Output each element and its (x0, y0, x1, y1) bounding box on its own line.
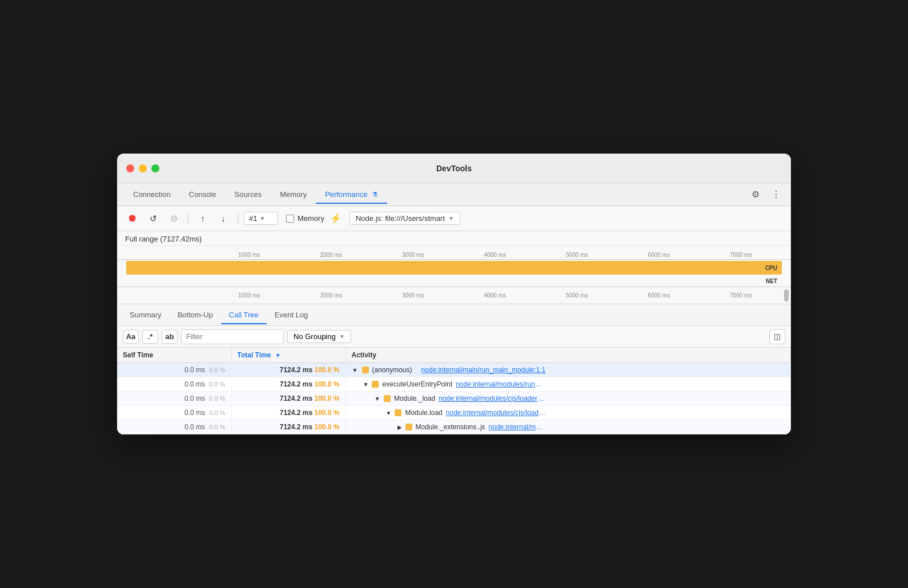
performance-icon: ⚗ (372, 191, 378, 199)
record-button[interactable]: ⏺ (124, 211, 141, 227)
flush-icon[interactable]: ⚡ (330, 213, 341, 224)
target-selector[interactable]: Node.js: file:///Users/stmart ▼ (349, 212, 460, 225)
sort-arrow: ▼ (275, 352, 281, 359)
tree-arrow[interactable]: ▼ (363, 381, 369, 388)
separator-2 (238, 213, 238, 224)
scrollbar-thumb[interactable] (784, 289, 789, 301)
cpu-bar-container: CPU (117, 260, 791, 276)
reload-button[interactable]: ↺ (144, 211, 162, 227)
total-time-cell: 7124.2 ms 100.0 % (231, 392, 345, 406)
activity-link[interactable]: node:internal/modules/cjs/loader:950:24 (439, 394, 545, 402)
header-self-time[interactable]: Self Time (117, 348, 231, 363)
tab-sources[interactable]: Sources (225, 186, 271, 203)
activity-cell: ▼ Module._load node:internal/modules/cjs… (345, 392, 791, 406)
target-dropdown-arrow: ▼ (448, 215, 454, 221)
self-time-cell: 0.0 ms 0.0 % (117, 406, 231, 420)
tab-console[interactable]: Console (180, 186, 226, 203)
activity-cell: ▶ Module._extensions..js node:internal/m… (345, 420, 791, 434)
ruler-bottom-mark-7000: 7000 ms (700, 292, 782, 299)
close-button[interactable] (126, 164, 134, 172)
filter-input[interactable] (181, 329, 284, 344)
settings-button[interactable]: ⚙ (748, 187, 764, 203)
recording-label: #1 (249, 214, 257, 223)
activity-link[interactable]: node:internal/main/run_main_module:1:1 (421, 366, 545, 374)
table-row[interactable]: 0.0 ms 0.0 % 7124.2 ms 100.0 % ▶ Module.… (117, 420, 791, 434)
activity-content: ▼ executeUserEntryPoint node:internal/mo… (352, 380, 546, 388)
activity-name: Module.load (405, 409, 442, 417)
filter-toolbar: Aa .* ab No Grouping ▼ ◫ (117, 326, 791, 348)
recording-selector[interactable]: #1 ▼ (244, 212, 278, 225)
self-time-cell: 0.0 ms 0.0 % (117, 392, 231, 406)
header-total-time[interactable]: Total Time ▼ (231, 348, 345, 363)
tree-arrow[interactable]: ▶ (397, 424, 402, 430)
ruler-bottom-mark-3000: 3000 ms (372, 292, 455, 299)
table-row[interactable]: 0.0 ms 0.0 % 7124.2 ms 100.0 % ▼ (anonym… (117, 363, 791, 377)
toolbar: ⏺ ↺ ⊘ ↑ ↓ #1 ▼ Memory ⚡ Node.js: file://… (117, 206, 791, 231)
tab-memory[interactable]: Memory (271, 186, 316, 203)
tab-connection[interactable]: Connection (124, 186, 180, 203)
activity-cell: ▼ (anonymous) node:internal/main/run_mai… (345, 363, 791, 377)
activity-color-box (395, 409, 401, 416)
data-table: Self Time Total Time ▼ Activity (117, 348, 791, 434)
ruler-mark-1000: 1000 ms (208, 252, 291, 258)
activity-name: executeUserEntryPoint (382, 380, 452, 388)
activity-link[interactable]: node:internal/modules/run_main:127:31 (456, 380, 545, 388)
bottom-tabs: Summary Bottom-Up Call Tree Event Log (117, 304, 791, 326)
table-row[interactable]: 0.0 ms 0.0 % 7124.2 ms 100.0 % ▼ execute… (117, 377, 791, 392)
maximize-button[interactable] (151, 164, 159, 172)
tab-bottomup[interactable]: Bottom-Up (170, 306, 221, 324)
activity-color-box (372, 381, 379, 388)
memory-label: Memory (298, 214, 324, 223)
grouping-arrow: ▼ (339, 333, 345, 340)
more-button[interactable]: ⋮ (768, 187, 784, 203)
ruler-bottom-mark-6000: 6000 ms (618, 292, 700, 299)
clear-button[interactable]: ⊘ (165, 211, 182, 227)
table-header-row: Self Time Total Time ▼ Activity (117, 348, 791, 363)
tree-arrow[interactable]: ▼ (375, 396, 381, 402)
total-time-cell: 7124.2 ms 100.0 % (231, 420, 345, 434)
recording-dropdown-arrow: ▼ (259, 215, 265, 221)
case-button[interactable]: ab (162, 330, 178, 344)
ruler-bottom-mark-2000: 2000 ms (290, 292, 372, 299)
traffic-lights (126, 164, 159, 172)
ruler-bottom-mark-4000: 4000 ms (454, 292, 536, 299)
tab-eventlog[interactable]: Event Log (267, 306, 316, 324)
minimize-button[interactable] (139, 164, 147, 172)
tab-calltree[interactable]: Call Tree (221, 306, 267, 324)
activity-link[interactable]: node:internal/modules/cjs/loader: (489, 423, 546, 431)
tree-arrow[interactable]: ▼ (386, 410, 392, 416)
ruler-mark-3000: 3000 ms (372, 252, 455, 258)
activity-name: Module._load (394, 394, 435, 402)
table-row[interactable]: 0.0 ms 0.0 % 7124.2 ms 100.0 % ▼ Module.… (117, 392, 791, 406)
tab-summary[interactable]: Summary (122, 306, 170, 324)
download-button[interactable]: ↓ (215, 211, 232, 227)
self-time-cell: 0.0 ms 0.0 % (117, 420, 231, 434)
header-activity[interactable]: Activity (345, 348, 791, 363)
activity-content: ▶ Module._extensions..js node:internal/m… (352, 423, 546, 431)
window-title: DevTools (436, 164, 472, 173)
memory-checkbox-area: Memory ⚡ (286, 213, 341, 224)
panel-toggle-button[interactable]: ◫ (769, 329, 785, 344)
grouping-selector[interactable]: No Grouping ▼ (287, 330, 351, 343)
self-time-cell: 0.0 ms 0.0 % (117, 377, 231, 392)
activity-cell: ▼ Module.load node:internal/modules/cjs/… (345, 406, 791, 420)
filter-input-wrap (181, 329, 284, 344)
aa-button[interactable]: Aa (123, 330, 139, 344)
cpu-label: CPU (765, 265, 777, 271)
tree-arrow[interactable]: ▼ (352, 367, 359, 373)
gear-icon: ⚙ (752, 189, 760, 200)
table-row[interactable]: 0.0 ms 0.0 % 7124.2 ms 100.0 % ▼ Module.… (117, 406, 791, 420)
memory-checkbox[interactable] (286, 215, 294, 223)
activity-content: ▼ Module.load node:internal/modules/cjs/… (352, 409, 546, 417)
ruler-bottom-mark-5000: 5000 ms (536, 292, 618, 299)
timeline-ruler-bottom: 0 1000 ms 2000 ms 3000 ms 4000 ms 5000 m… (117, 287, 791, 304)
cpu-bar: CPU (126, 261, 782, 275)
ruler-mark-7000: 7000 ms (700, 252, 782, 258)
activity-content: ▼ (anonymous) node:internal/main/run_mai… (352, 366, 546, 374)
upload-button[interactable]: ↑ (194, 211, 211, 227)
activity-link[interactable]: node:internal/modules/cjs/loader:1194:33 (446, 409, 546, 417)
regex-button[interactable]: .* (142, 330, 158, 344)
tab-performance[interactable]: Performance ⚗ (316, 186, 387, 203)
ruler-mark-2000: 2000 ms (290, 252, 372, 258)
table-body: 0.0 ms 0.0 % 7124.2 ms 100.0 % ▼ (anonym… (117, 363, 791, 434)
